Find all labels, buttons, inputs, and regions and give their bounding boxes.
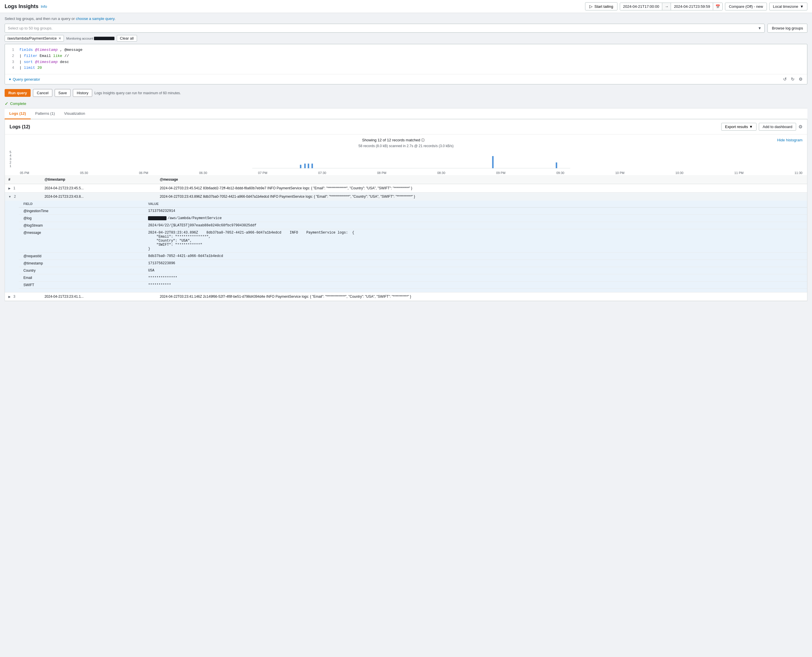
- browse-log-groups-button[interactable]: Browse log groups: [767, 24, 807, 33]
- results-settings-button[interactable]: ⚙: [798, 124, 803, 129]
- app-title-area: Logs Insights Info: [5, 3, 582, 9]
- datetime-start[interactable]: 2024-04-21T17:00:00: [620, 3, 662, 10]
- datetime-arrow: →: [662, 3, 671, 10]
- table-header-row: # @timestamp @message: [5, 175, 807, 184]
- cancel-button[interactable]: Cancel: [33, 89, 52, 97]
- detail-row: @logStream 2024/04/22/[$LATEST]097eaab88…: [19, 222, 807, 229]
- add-to-dashboard-button[interactable]: Add to dashboard: [759, 123, 796, 131]
- detail-row: SWIFT ***********: [19, 282, 807, 289]
- row-message: 2024-04-22T03:23:43.896Z 8db37ba0-7052-4…: [156, 193, 807, 201]
- start-tailing-button[interactable]: ▷ Start tailing: [585, 2, 617, 10]
- start-tailing-icon: ▷: [589, 4, 592, 9]
- query-lines[interactable]: 1 fields @timestamp , @message 2 | filte…: [5, 44, 807, 74]
- top-bar: Logs Insights Info ▷ Start tailing 2024-…: [0, 0, 812, 13]
- top-bar-controls: ▷ Start tailing 2024-04-21T17:00:00 → 20…: [585, 2, 807, 10]
- detail-row: @ingestionTime 1713756232914: [19, 207, 807, 215]
- status-text: Complete: [10, 101, 26, 106]
- main-content: Select log groups, and then run a query …: [0, 13, 812, 305]
- run-note: Logs Insights query can run for maximum …: [95, 91, 181, 95]
- y-axis-labels: 5 4 3 2 1: [9, 150, 11, 168]
- calendar-icon[interactable]: 📅: [713, 3, 722, 10]
- row-timestamp: 2024-04-21T23:23:41.1...: [41, 293, 156, 301]
- row-timestamp: 2024-04-21T23:23:45.5...: [41, 184, 156, 193]
- start-tailing-label: Start tailing: [594, 4, 613, 9]
- redacted-account: [94, 37, 114, 40]
- sample-query-link[interactable]: choose a sample query: [76, 17, 114, 21]
- row-message: 2024-04-22T03:23:41.146Z 2c149f66-52f7-4…: [156, 293, 807, 301]
- hide-histogram-link[interactable]: Hide histogram: [777, 138, 803, 142]
- tabs-bar: Logs (12) Patterns (1) Visualization: [5, 108, 807, 119]
- query-line-3: 3 | sort @timestamp desc: [8, 59, 804, 65]
- group-tag-remove-button[interactable]: ✕: [58, 36, 61, 40]
- row-expand-button[interactable]: [8, 187, 11, 190]
- svg-rect-6: [556, 162, 557, 168]
- tab-visualization[interactable]: Visualization: [59, 108, 90, 119]
- undo-button[interactable]: ↺: [782, 76, 788, 83]
- subtitle: Select log groups, and then run a query …: [5, 17, 807, 21]
- query-line-4: 4 | limit 20: [8, 65, 804, 71]
- group-tag-info: Monitoring account: [66, 37, 114, 40]
- col-message: @message: [156, 175, 807, 184]
- results-title: Logs (12): [9, 124, 30, 129]
- histogram-chart-wrapper: 5 4 3 2 1: [9, 150, 803, 175]
- svg-rect-2: [304, 163, 306, 168]
- query-line-2: 2 | filter Email like //: [8, 53, 804, 59]
- export-chevron-icon: ▼: [749, 125, 753, 129]
- status-icon: ✓: [5, 101, 8, 106]
- export-label: Export results: [725, 125, 748, 129]
- app-title: Logs Insights: [5, 3, 39, 9]
- query-line-1: 1 fields @timestamp , @message: [8, 47, 804, 53]
- detail-row: @requestId 8db37ba0-7052-4421-a966-0d47a…: [19, 253, 807, 260]
- info-circle-icon: ⓘ: [421, 138, 425, 142]
- compare-button[interactable]: Compare (Off) - new: [725, 3, 767, 10]
- query-generator-link[interactable]: ✦ Query generator: [8, 77, 40, 81]
- tab-logs[interactable]: Logs (12): [5, 108, 31, 119]
- row-expand-button[interactable]: [8, 195, 11, 198]
- group-tag-name: /aws/lambda/PaymentService: [7, 36, 57, 40]
- info-link[interactable]: Info: [41, 4, 47, 9]
- detail-row: @timestamp 1713756223896: [19, 260, 807, 267]
- datetime-end[interactable]: 2024-04-21T23:59:59: [671, 3, 713, 10]
- detail-row: @log /aws/lambda/PaymentService: [19, 215, 807, 222]
- log-group-selector-row: Select up to 50 log groups. ▼ Browse log…: [5, 24, 807, 33]
- query-generator-icon: ✦: [8, 77, 12, 81]
- table-row: 3 2024-04-21T23:23:41.1... 2024-04-22T03…: [5, 293, 807, 301]
- row-expand-button[interactable]: [8, 295, 11, 298]
- table-row: 1 2024-04-21T23:23:45.5... 2024-04-22T03…: [5, 184, 807, 193]
- timezone-label: Local timezone: [773, 4, 798, 9]
- query-generator-label: Query generator: [13, 77, 40, 81]
- dropdown-icon: ▼: [757, 26, 761, 30]
- run-bar: Run query Cancel Save History Logs Insig…: [5, 87, 807, 99]
- log-group-select[interactable]: Select up to 50 log groups. ▼: [5, 24, 765, 33]
- selected-groups-row: /aws/lambda/PaymentService ✕ Monitoring …: [5, 35, 807, 42]
- histogram-info-row: Hide histogram Showing 12 of 12 records …: [9, 138, 803, 150]
- status-bar: ✓ Complete: [5, 99, 807, 108]
- redo-button[interactable]: ↻: [790, 76, 796, 83]
- results-header: Logs (12) Export results ▼ Add to dashbo…: [5, 119, 807, 134]
- expanded-detail-row: Field Value @ingestionTime 1713756232914: [5, 201, 807, 293]
- x-axis-labels: 05 PM 05:30 06 PM 06:30 07 PM 07:30 08 P…: [20, 171, 803, 175]
- save-button[interactable]: Save: [55, 89, 71, 97]
- query-settings-button[interactable]: ⚙: [798, 76, 804, 83]
- tab-patterns[interactable]: Patterns (1): [31, 108, 59, 119]
- run-query-button[interactable]: Run query: [5, 89, 31, 97]
- svg-rect-5: [492, 156, 494, 168]
- detail-row: Email **************: [19, 274, 807, 282]
- datetime-range[interactable]: 2024-04-21T17:00:00 → 2024-04-21T23:59:5…: [620, 3, 723, 10]
- query-icon-actions: ↺ ↻ ⚙: [782, 76, 804, 83]
- histogram-info: Showing 12 of 12 records matched ⓘ: [9, 138, 803, 143]
- clear-all-button[interactable]: Clear all: [117, 35, 137, 42]
- col-timestamp: @timestamp: [41, 175, 156, 184]
- col-num: #: [5, 175, 41, 184]
- svg-rect-1: [300, 165, 301, 168]
- detail-header: Field Value: [19, 201, 807, 207]
- row-timestamp: 2024-04-21T23:23:43.8...: [41, 193, 156, 201]
- histogram-area: Hide histogram Showing 12 of 12 records …: [5, 134, 807, 175]
- export-results-button[interactable]: Export results ▼: [721, 123, 756, 131]
- history-button[interactable]: History: [73, 89, 92, 97]
- svg-rect-3: [308, 163, 309, 168]
- log-group-placeholder: Select up to 50 log groups.: [8, 26, 53, 30]
- histogram-svg: [20, 150, 803, 171]
- timezone-chevron-icon: ▼: [800, 4, 804, 9]
- timezone-button[interactable]: Local timezone ▼: [769, 3, 807, 10]
